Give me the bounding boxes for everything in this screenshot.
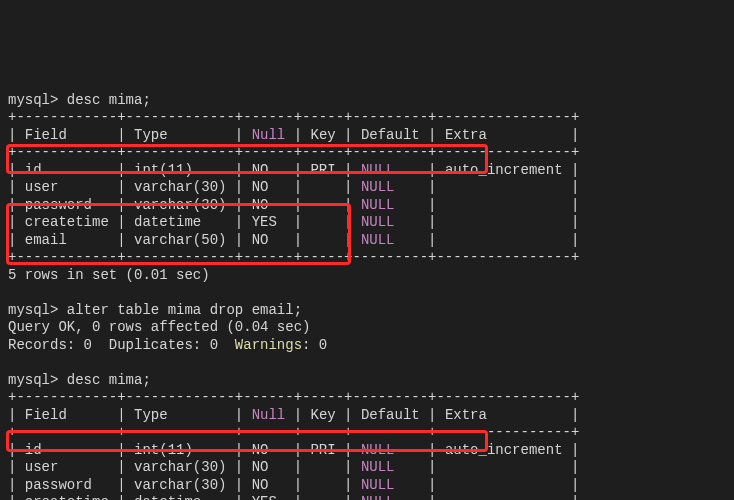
th-key: | Key (294, 407, 344, 423)
td-default: NULL (361, 232, 395, 248)
th-field: | Field (8, 407, 117, 423)
th-extra: | Extra | (428, 127, 579, 143)
query-ok: Query OK, 0 rows affected (0.04 sec) (8, 319, 310, 335)
td-extra: | | (395, 232, 580, 248)
td-type: | datetime (117, 494, 235, 500)
td-null: | NO (235, 232, 294, 248)
td-type: | int(11) (117, 162, 235, 178)
td-field: | password (8, 197, 117, 213)
th-default: | Default (344, 127, 428, 143)
td-default: NULL (361, 162, 395, 178)
td-null: | NO (235, 442, 294, 458)
td-default: NULL (361, 197, 395, 213)
table-border: +------------+-------------+------+-----… (8, 144, 579, 160)
td-null: | YES (235, 214, 294, 230)
td-type: | varchar(30) (117, 459, 235, 475)
td-extra: | | (395, 179, 580, 195)
td-field: | id (8, 162, 117, 178)
td-field: | password (8, 477, 117, 493)
th-null: Null (252, 127, 286, 143)
prompt-line: mysql> desc mima; (8, 372, 151, 388)
td-extra: | | (395, 214, 580, 230)
td-key: | PRI (294, 442, 344, 458)
terminal: mysql> desc mima; +------------+--------… (8, 74, 726, 500)
td-key: | PRI (294, 162, 344, 178)
td-null: | YES (235, 494, 294, 500)
th-type: | Type (117, 407, 235, 423)
records-summary: Records: 0 Duplicates: 0 Warnings: 0 (8, 337, 327, 353)
td-key: | (294, 459, 344, 475)
td-key: | (294, 477, 344, 493)
td-key: | (294, 197, 344, 213)
td-key: | (294, 494, 344, 500)
th-extra: | Extra | (428, 407, 579, 423)
td-field: | user (8, 459, 117, 475)
th-type: | Type (117, 127, 235, 143)
td-type: | datetime (117, 214, 235, 230)
td-type: | varchar(30) (117, 179, 235, 195)
td-extra: | auto_increment | (395, 442, 580, 458)
td-key: | (294, 232, 344, 248)
pipe: | (235, 407, 252, 423)
prompt-line: mysql> alter table mima drop email; (8, 302, 302, 318)
td-extra: | | (395, 477, 580, 493)
td-null: | NO (235, 179, 294, 195)
table-border: +------------+-------------+------+-----… (8, 109, 579, 125)
status-rows: 5 rows in set (0.01 sec) (8, 267, 210, 283)
td-extra: | | (395, 197, 580, 213)
warnings-label: Warnings (235, 337, 302, 353)
td-default: NULL (361, 477, 395, 493)
td-field: | createtime (8, 214, 117, 230)
td-null: | NO (235, 459, 294, 475)
td-type: | varchar(30) (117, 477, 235, 493)
td-type: | varchar(50) (117, 232, 235, 248)
prompt-line: mysql> desc mima; (8, 92, 151, 108)
td-extra: | | (395, 494, 580, 500)
th-default: | Default (344, 407, 428, 423)
th-null: Null (252, 407, 286, 423)
td-default: NULL (361, 494, 395, 500)
td-field: | createtime (8, 494, 117, 500)
td-key: | (294, 179, 344, 195)
td-type: | int(11) (117, 442, 235, 458)
table-border: +------------+-------------+------+-----… (8, 424, 579, 440)
td-null: | NO (235, 197, 294, 213)
td-default: NULL (361, 442, 395, 458)
table-border: +------------+-------------+------+-----… (8, 249, 579, 265)
td-extra: | | (395, 459, 580, 475)
td-default: NULL (361, 179, 395, 195)
td-extra: | auto_increment | (395, 162, 580, 178)
table-border: +------------+-------------+------+-----… (8, 389, 579, 405)
td-field: | id (8, 442, 117, 458)
td-default: NULL (361, 214, 395, 230)
td-field: | email (8, 232, 117, 248)
td-default: NULL (361, 459, 395, 475)
pipe: | (235, 127, 252, 143)
td-null: | NO (235, 477, 294, 493)
td-key: | (294, 214, 344, 230)
th-field: | Field (8, 127, 117, 143)
td-field: | user (8, 179, 117, 195)
td-type: | varchar(30) (117, 197, 235, 213)
th-key: | Key (294, 127, 344, 143)
td-null: | NO (235, 162, 294, 178)
